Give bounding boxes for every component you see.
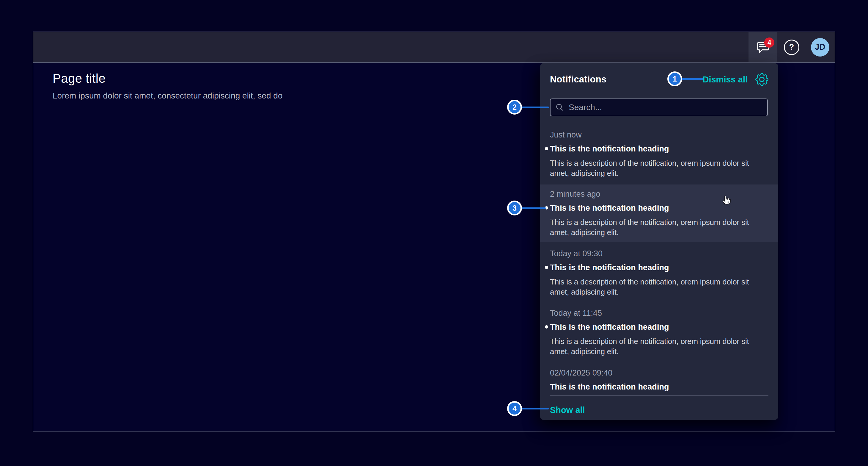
- panel-header-actions: Dismiss all: [703, 73, 768, 86]
- notifications-button[interactable]: 4: [748, 32, 777, 62]
- notification-description: This is a description of the notificatio…: [550, 336, 768, 356]
- panel-header: Notifications Dismiss all: [550, 72, 768, 86]
- notification-item[interactable]: Just now This is the notification headin…: [540, 125, 778, 178]
- notification-heading: This is the notification heading: [550, 144, 669, 153]
- callout-3: 3: [507, 201, 522, 215]
- callout-4: 4: [507, 401, 522, 416]
- notification-description: This is a description of the notificatio…: [550, 277, 768, 297]
- notification-time: Today at 09:30: [550, 248, 768, 259]
- notification-item[interactable]: Today at 11:45 This is the notification …: [540, 303, 778, 356]
- notification-heading: This is the notification heading: [550, 382, 669, 391]
- search-box: [550, 98, 768, 116]
- app-header: 4 ? JD: [33, 32, 835, 63]
- search-icon: [555, 103, 564, 112]
- gear-icon: [755, 73, 768, 86]
- notification-time: 2 minutes ago: [550, 189, 768, 199]
- question-mark-icon: ?: [784, 39, 799, 55]
- hand-cursor: [720, 194, 733, 208]
- notification-item[interactable]: 02/04/2025 09:40 This is the notificatio…: [540, 363, 778, 394]
- notification-time: Just now: [550, 129, 768, 140]
- notification-item[interactable]: Today at 09:30 This is the notification …: [540, 244, 778, 297]
- notification-description: This is a description of the notificatio…: [550, 158, 768, 178]
- page-subtitle: Lorem ipsum dolor sit amet, consectetur …: [53, 90, 283, 101]
- dismiss-all-link[interactable]: Dismiss all: [703, 75, 748, 85]
- notification-item-hovered[interactable]: 2 minutes ago This is the notification h…: [540, 184, 778, 242]
- show-all-link[interactable]: Show all: [550, 404, 585, 416]
- help-button[interactable]: ?: [777, 32, 806, 62]
- canvas: 4 ? JD Page title Lorem ipsum dolor sit …: [0, 0, 868, 466]
- notification-heading: This is the notification heading: [550, 204, 669, 212]
- search-input[interactable]: [568, 103, 763, 113]
- panel-title: Notifications: [550, 74, 607, 85]
- notification-heading: This is the notification heading: [550, 263, 669, 272]
- user-avatar[interactable]: JD: [811, 38, 829, 57]
- unread-dot: [545, 325, 548, 328]
- unread-dot: [545, 266, 548, 269]
- footer-divider: [550, 396, 768, 396]
- callout-1-line: [682, 78, 703, 80]
- callout-2-line: [521, 107, 549, 108]
- notification-description: This is a description of the notificatio…: [550, 217, 768, 237]
- notifications-panel: Notifications Dismiss all: [540, 63, 778, 420]
- callout-3-line: [521, 207, 546, 209]
- notification-heading: This is the notification heading: [550, 323, 669, 331]
- callout-1: 1: [668, 71, 682, 86]
- notification-count-badge: 4: [764, 37, 774, 48]
- callout-2: 2: [507, 100, 522, 115]
- page-title: Page title: [53, 71, 105, 86]
- unread-dot: [545, 147, 548, 150]
- notification-time: Today at 11:45: [550, 308, 768, 318]
- callout-4-line: [521, 408, 549, 409]
- notification-time: 02/04/2025 09:40: [550, 368, 768, 378]
- settings-button[interactable]: [755, 73, 768, 86]
